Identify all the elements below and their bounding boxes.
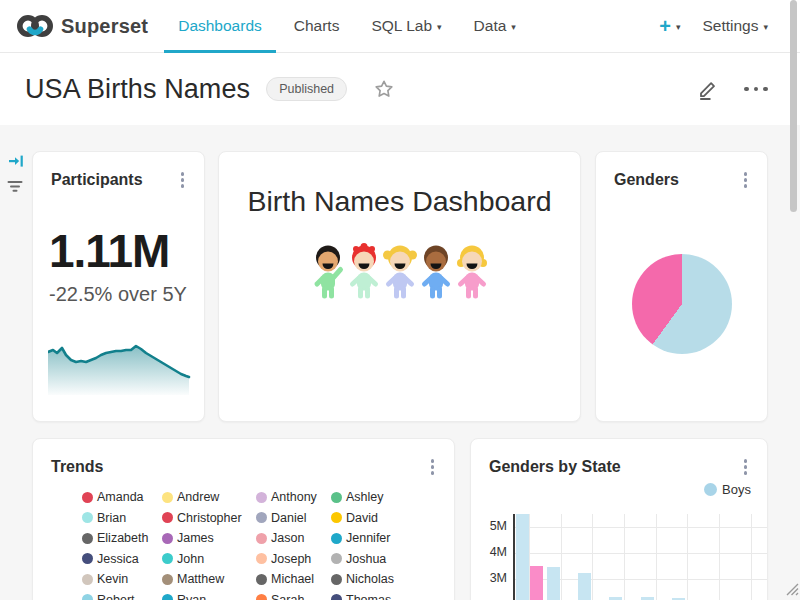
- legend-item[interactable]: Joseph: [256, 552, 331, 566]
- settings-menu[interactable]: Settings ▾: [698, 17, 772, 35]
- y-axis-tick: 3M: [477, 571, 507, 585]
- legend-dot-icon: [162, 512, 173, 523]
- pencil-icon: [696, 77, 720, 101]
- vertical-scrollbar[interactable]: [790, 0, 797, 212]
- genders-by-state-bar-chart[interactable]: [513, 514, 767, 600]
- legend-item[interactable]: Jennifer: [331, 531, 417, 545]
- legend-item[interactable]: Brian: [82, 511, 162, 525]
- big-number-value: 1.11M: [49, 224, 169, 278]
- legend-item[interactable]: Andrew: [162, 490, 256, 504]
- more-actions-button[interactable]: [742, 87, 771, 92]
- legend-item[interactable]: Kevin: [82, 572, 162, 586]
- navbar-right: + ▾ Settings ▾: [649, 16, 800, 36]
- dashboard-canvas: Participants 1.11M -22.5% over 5Y Birth …: [0, 125, 800, 600]
- legend-dot-icon: [331, 512, 342, 523]
- arrow-right-to-bar-icon: [8, 153, 24, 169]
- legend-item[interactable]: Daniel: [256, 511, 331, 525]
- trends-legend: Amanda Andrew Anthony Ashley: [82, 490, 417, 600]
- legend-dot-icon: [256, 492, 267, 503]
- bar-boys[interactable]: [516, 514, 529, 600]
- dashboard-title: USA Births Names: [25, 74, 250, 105]
- legend-item[interactable]: Ashley: [331, 490, 417, 504]
- nav-menu-data[interactable]: Data ▾: [458, 0, 532, 53]
- legend-item[interactable]: Jessica: [82, 552, 162, 566]
- funnel-lines-icon: [6, 179, 24, 194]
- legend-dot-icon: [162, 574, 173, 585]
- legend-item[interactable]: Robert: [82, 593, 162, 600]
- superset-logo-icon: [14, 11, 56, 41]
- caret-down-icon: ▾: [763, 22, 768, 32]
- legend-dot-icon: [331, 553, 342, 564]
- resize-grip-icon: [785, 582, 799, 596]
- legend-item[interactable]: Elizabeth: [82, 531, 162, 545]
- chart-menu-button[interactable]: [742, 459, 750, 477]
- legend-dot-icon: [162, 533, 173, 544]
- legend-dot-icon: [82, 492, 93, 503]
- legend-item[interactable]: John: [162, 552, 256, 566]
- filters-icon[interactable]: [6, 179, 24, 198]
- chart-title: Participants: [51, 171, 143, 189]
- gridline: [719, 514, 720, 600]
- gridline: [751, 514, 752, 600]
- published-badge[interactable]: Published: [266, 77, 347, 101]
- gridline: [515, 527, 767, 528]
- genders-card: Genders: [595, 151, 768, 422]
- legend-item[interactable]: David: [331, 511, 417, 525]
- legend-dot-icon: [331, 594, 342, 600]
- brand-name: Superset: [61, 15, 148, 38]
- legend-dot-icon: [331, 533, 342, 544]
- legend-dot-icon: [256, 533, 267, 544]
- new-item-button[interactable]: + ▾: [649, 16, 690, 36]
- legend-dot-icon: [162, 492, 173, 503]
- chart-menu-button[interactable]: [429, 459, 437, 477]
- bar-boys[interactable]: [547, 567, 560, 600]
- legend-dot-icon: [256, 553, 267, 564]
- genders-pie-chart[interactable]: [632, 254, 732, 354]
- participants-card: Participants 1.11M -22.5% over 5Y: [32, 151, 205, 422]
- bar-girls[interactable]: [530, 566, 543, 600]
- legend-item[interactable]: Sarah: [256, 593, 331, 600]
- legend-dot-icon: [82, 574, 93, 585]
- legend-item[interactable]: Michael: [256, 572, 331, 586]
- chart-menu-button[interactable]: [179, 172, 187, 190]
- legend-dot-icon: [256, 574, 267, 585]
- nav-tab-charts[interactable]: Charts: [278, 0, 356, 53]
- legend-item[interactable]: Joshua: [331, 552, 417, 566]
- markdown-card: Birth Names Dashboard: [218, 151, 581, 422]
- legend-item-boys[interactable]: Boys: [704, 482, 751, 497]
- legend-item[interactable]: James: [162, 531, 256, 545]
- chart-menu-button[interactable]: [742, 172, 750, 190]
- legend-item[interactable]: Thomas: [331, 593, 417, 600]
- legend-dot-icon: [256, 512, 267, 523]
- expand-filter-bar-button[interactable]: [8, 153, 24, 173]
- star-icon: [373, 78, 395, 100]
- legend-dot-icon: [82, 533, 93, 544]
- legend-dot-icon: [331, 574, 342, 585]
- legend-item[interactable]: Nicholas: [331, 572, 417, 586]
- legend-dot-icon: [256, 594, 267, 600]
- nav-tab-dashboards[interactable]: Dashboards: [162, 0, 278, 53]
- gridline: [624, 514, 625, 600]
- superset-logo[interactable]: Superset: [14, 11, 148, 41]
- legend-dot-icon: [82, 594, 93, 600]
- bar-boys[interactable]: [578, 573, 591, 600]
- legend-item[interactable]: Amanda: [82, 490, 162, 504]
- kid-figure: [344, 242, 384, 304]
- legend-item[interactable]: Jason: [256, 531, 331, 545]
- legend-item[interactable]: Anthony: [256, 490, 331, 504]
- legend-dot-icon: [82, 512, 93, 523]
- resize-handle[interactable]: [785, 582, 799, 600]
- legend-dot-icon: [704, 483, 717, 496]
- y-axis-tick: 4M: [477, 545, 507, 559]
- chart-title: Trends: [51, 458, 103, 476]
- kid-figure: [380, 242, 420, 304]
- legend-dot-icon: [331, 492, 342, 503]
- y-axis-tick: 5M: [477, 519, 507, 533]
- kid-figure: [416, 242, 456, 304]
- nav-menu-sql-lab[interactable]: SQL Lab ▾: [355, 0, 457, 53]
- legend-item[interactable]: Matthew: [162, 572, 256, 586]
- legend-item[interactable]: Ryan: [162, 593, 256, 600]
- edit-dashboard-button[interactable]: [696, 77, 720, 101]
- legend-item[interactable]: Christopher: [162, 511, 256, 525]
- favorite-button[interactable]: [373, 78, 395, 100]
